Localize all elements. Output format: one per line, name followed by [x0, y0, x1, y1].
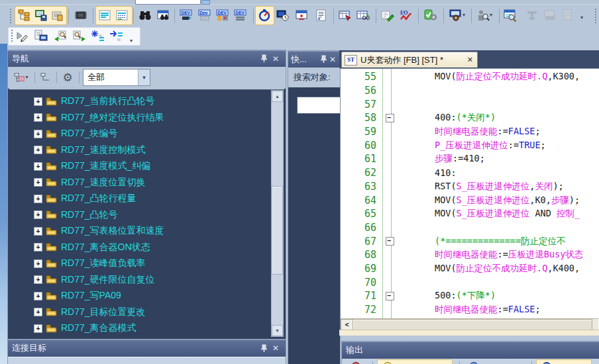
tab-close-icon[interactable]: ✕ [466, 56, 474, 64]
code-line[interactable]: 58 400:(*关闭*) [341, 111, 599, 125]
watch-stopwatch-icon[interactable] [256, 7, 272, 23]
module-configuration-icon[interactable] [73, 7, 89, 23]
toolbar-overflow-icon[interactable]: ▾ [130, 38, 133, 44]
fold-marker[interactable] [382, 166, 398, 180]
device-comment-3-icon[interactable]: DEV [215, 7, 231, 23]
find-previous-icon[interactable] [52, 28, 68, 44]
tree-mode-icon[interactable]: ▾ [11, 69, 32, 85]
insert-below-icon[interactable]: N- [108, 28, 124, 44]
st-code-editor[interactable]: 55 MOV(防止定位不成功延时.Q,K300, 56 57 58 400:(*… [340, 68, 599, 331]
project-tree-icon[interactable] [16, 7, 32, 23]
disabled-tool-1-icon[interactable] [524, 7, 540, 23]
expand-plus-icon[interactable]: + [34, 210, 42, 219]
pin-icon[interactable] [319, 55, 328, 64]
code-line[interactable]: 61 步骤:=410; [341, 152, 599, 166]
code-line[interactable]: 60 P_压板进退伸进位:=TRUE; [341, 138, 599, 152]
expand-plus-icon[interactable]: + [34, 162, 42, 171]
table-edit-red-icon[interactable] [337, 7, 353, 23]
fold-marker[interactable] [382, 70, 398, 84]
dropdown-arrow-icon[interactable]: ▾ [490, 13, 492, 18]
code-line[interactable]: 65 MOV(S_压板进退伸进位 AND 控制_ [341, 207, 599, 221]
scroll-down-icon[interactable]: ▼ [272, 325, 283, 336]
close-icon[interactable]: ✕ [270, 343, 282, 353]
monitor-clock-icon[interactable] [274, 7, 290, 23]
code-line[interactable]: 68 时间继电器使能:=压板进退Busy状态 [341, 248, 599, 262]
search-input[interactable] [297, 97, 341, 114]
expand-plus-icon[interactable]: + [34, 97, 42, 106]
tab-st-program[interactable]: ST U夹套动作 [FB] [ST] * ✕ [341, 52, 478, 68]
tree-item[interactable]: + RD77_读峰值负载率 [9, 255, 284, 272]
tree-item[interactable]: + RD77_凸轮行程量 [9, 191, 284, 207]
error-filter-button[interactable] [346, 360, 366, 364]
fold-marker[interactable] [382, 248, 398, 262]
expand-plus-icon[interactable]: + [34, 275, 42, 284]
settings-gear-icon[interactable]: ⚙ [60, 69, 76, 85]
code-line[interactable]: 59 时间继电器使能:=FALSE; [341, 125, 599, 139]
tree-item[interactable]: + RD77_写PA09 [9, 288, 284, 304]
tree-item[interactable]: + RD77_离合器ON状态 [9, 240, 284, 256]
fold-marker[interactable] [382, 180, 398, 194]
code-line[interactable]: 71 500:(*下降*) [341, 289, 599, 303]
tree-item[interactable]: + RD77_速度模式_纠偏 [9, 158, 284, 175]
code-line[interactable]: 67 (*==============防止定位不 [341, 234, 599, 248]
tree-item[interactable]: + RD77_凸轮号 [9, 207, 284, 224]
find-binoculars-icon[interactable] [137, 7, 153, 23]
close-icon[interactable]: ✕ [270, 54, 282, 64]
code-line[interactable]: 64 MOV(S_压板进退伸进位,K0,步骤); [341, 193, 599, 207]
device-search-person-icon[interactable]: ▾ [474, 7, 494, 23]
box-pencil-icon[interactable] [380, 7, 396, 23]
fold-marker[interactable] [382, 84, 398, 98]
pin-icon[interactable] [258, 54, 270, 63]
warning-filter-button[interactable] [377, 359, 453, 364]
io-wave-icon[interactable]: I/O [398, 7, 414, 23]
editor-horizontal-scrollbar[interactable]: < [341, 318, 598, 330]
grid-editor-icon[interactable] [114, 7, 130, 23]
find-next-icon[interactable] [71, 28, 87, 44]
tree-item[interactable]: + RD77_写表格位置和速度 [9, 223, 284, 240]
code-line[interactable]: 57 [341, 97, 599, 111]
fold-marker[interactable] [382, 125, 398, 139]
device-comment-4-icon[interactable]: DEV [233, 7, 248, 23]
edit-arrow-pencil-icon[interactable] [15, 28, 30, 44]
parameter-card-icon[interactable] [50, 7, 66, 23]
code-line[interactable]: 70 [341, 275, 599, 289]
info-filter-button[interactable] [464, 360, 525, 364]
code-line[interactable]: 55 MOV(防止定位不成功延时.Q,K300, [341, 70, 599, 84]
program-check-green-icon[interactable] [423, 7, 439, 23]
expand-plus-icon[interactable]: + [34, 324, 42, 333]
window-person-icon[interactable] [294, 7, 309, 23]
fold-marker[interactable] [382, 193, 398, 207]
toolbar-overflow-icon[interactable]: ▾ [580, 15, 583, 21]
fold-marker[interactable] [382, 234, 398, 248]
tree-item[interactable]: + RD77_当前执行凸轮号 [9, 93, 284, 110]
tree-item[interactable]: + RD77_速度控制模式 [9, 142, 284, 159]
expand-plus-icon[interactable]: + [34, 308, 42, 316]
st-editor-lines-icon[interactable] [97, 7, 113, 23]
toolbar-drag-handle[interactable] [594, 8, 597, 24]
table-monitor-glasses-icon[interactable] [355, 7, 371, 23]
disabled-tool-2-icon[interactable] [542, 7, 558, 23]
monitor-donut-icon[interactable]: ▾ [447, 7, 467, 23]
toolbar-drag-handle[interactable] [9, 8, 12, 24]
fold-marker[interactable] [382, 111, 398, 125]
window-magnifier-icon[interactable] [502, 7, 518, 23]
tree-collapse-icon[interactable] [38, 69, 54, 85]
insert-above-icon[interactable]: N- [89, 28, 105, 44]
expand-plus-icon[interactable]: + [34, 146, 42, 154]
dropdown-arrow-icon[interactable]: ▾ [25, 75, 28, 80]
fold-marker[interactable] [382, 221, 398, 235]
save-project-icon[interactable] [33, 7, 49, 23]
toolbar-button-partial[interactable] [201, 0, 210, 5]
toolbar-drag-handle[interactable] [11, 29, 13, 42]
toolbar-combobox-partial[interactable] [135, 0, 201, 5]
close-icon[interactable]: ✕ [328, 55, 337, 64]
device-comment-2-icon[interactable]: Dev [197, 7, 213, 23]
fold-marker[interactable] [382, 152, 398, 166]
code-line[interactable]: 56 [341, 84, 599, 98]
message-filter-button[interactable] [536, 359, 592, 364]
code-line[interactable]: 62 410: [341, 166, 599, 180]
chevron-down-icon[interactable]: ▼ [138, 69, 150, 85]
expand-plus-icon[interactable]: + [34, 243, 42, 251]
expand-plus-icon[interactable]: + [34, 195, 42, 203]
expand-plus-icon[interactable]: + [34, 178, 42, 187]
